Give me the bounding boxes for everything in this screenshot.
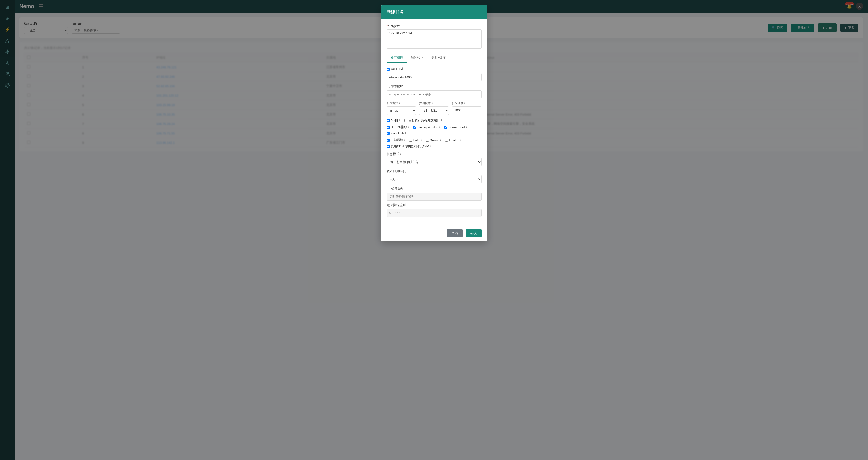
fofa-checkbox[interactable] <box>409 139 412 142</box>
ignore-cdn-checkbox-item[interactable]: 忽略CDN与中国大陆以外IP ℹ <box>386 144 431 149</box>
scan-speed-label: 扫描速度 ℹ <box>452 101 482 105</box>
httpx-checkbox[interactable] <box>386 126 390 129</box>
open-ports-checkbox[interactable] <box>404 119 407 122</box>
task-tabs: 资产扫描 漏洞验证 探测+扫描 <box>386 53 482 63</box>
modal-footer: 取消 确认 <box>381 225 488 241</box>
cron-label: 定时执行规则 <box>386 203 482 207</box>
httpx-info-icon: ℹ <box>408 125 409 129</box>
confirm-button[interactable]: 确认 <box>466 229 482 237</box>
targets-textarea[interactable]: 172.16.222.0/24 <box>386 29 482 49</box>
hunter-checkbox[interactable] <box>445 139 448 142</box>
scheduled-checkbox[interactable] <box>386 187 390 190</box>
iconhash-checkbox[interactable] <box>386 131 390 135</box>
task-mode-select[interactable]: 每一行目标单独任务 合并任务 <box>386 158 482 166</box>
screenshot-info-icon: ℹ <box>466 125 467 129</box>
ip-location-checkbox[interactable] <box>386 139 390 142</box>
ping-checkbox-item[interactable]: PING ℹ <box>386 119 401 122</box>
open-ports-info-icon: ℹ <box>441 119 442 122</box>
scan-settings-grid: 扫描方法 ℹ nmap masscan 探测技术 ℹ -sS（默认） <box>386 101 482 115</box>
quake-info-icon: ℹ <box>440 138 441 142</box>
iconhash-checkbox-item[interactable]: IconHash ℹ <box>386 131 406 135</box>
modal-overlay: 新建任务 **Targets: 172.16.222.0/24 资产扫描 漏洞验… <box>0 0 868 460</box>
exclude-ip-checkbox[interactable] <box>386 85 390 88</box>
open-ports-checkbox-item[interactable]: 目标资产所有开放端口 ℹ <box>404 118 442 123</box>
scan-method-info-icon: ℹ <box>399 101 400 105</box>
cancel-button[interactable]: 取消 <box>447 229 463 237</box>
ip-location-info-icon: ℹ <box>404 138 405 142</box>
httpx-checkbox-item[interactable]: HTTPX指纹 ℹ <box>386 125 410 129</box>
scan-method-label: 扫描方法 ℹ <box>386 101 416 105</box>
tab-asset-scan[interactable]: 资产扫描 <box>386 53 407 63</box>
fingerprint-checkbox-item[interactable]: FingerprintHub ℹ <box>413 125 440 129</box>
tab-vuln-verify[interactable]: 漏洞验证 <box>407 53 427 63</box>
modal-header: 新建任务 <box>381 5 488 20</box>
asset-org-select[interactable]: --无-- <box>386 175 482 183</box>
fofa-info-icon: ℹ <box>421 138 422 142</box>
targets-label: **Targets: <box>386 24 482 28</box>
asset-org-label: 资产归属组织 <box>386 169 482 174</box>
ignore-cdn-info-icon: ℹ <box>430 145 431 148</box>
ip-location-checkbox-item[interactable]: IP归属地 ℹ <box>386 138 405 142</box>
scheduled-checkbox-item[interactable]: 定时任务 ℹ <box>386 186 406 191</box>
quake-checkbox[interactable] <box>426 139 429 142</box>
hunter-checkbox-item[interactable]: Hunter ℹ <box>445 138 461 142</box>
probe-tech-info-icon: ℹ <box>432 101 433 105</box>
scheduled-info-icon: ℹ <box>404 187 406 190</box>
cron-input[interactable]: 0 8 * * * <box>386 209 482 217</box>
tab-probe-scan[interactable]: 探测+扫描 <box>427 53 450 63</box>
modal-body: **Targets: 172.16.222.0/24 资产扫描 漏洞验证 探测+… <box>381 20 488 225</box>
scan-speed-info-icon: ℹ <box>464 101 465 105</box>
fofa-checkbox-item[interactable]: Fofa ℹ <box>409 138 422 142</box>
fingerprint-info-icon: ℹ <box>439 125 440 129</box>
task-mode-info-icon: ℹ <box>400 152 401 156</box>
probe-tech-select[interactable]: -sS（默认） -sT -sU <box>419 106 449 115</box>
task-mode-label: 任务模式 ℹ <box>386 152 482 156</box>
hunter-info-icon: ℹ <box>460 138 461 142</box>
scheduled-desc-input[interactable] <box>386 192 482 201</box>
fingerprint-checkbox[interactable] <box>413 126 416 129</box>
exclude-ip-input[interactable] <box>386 90 482 98</box>
ping-checkbox[interactable] <box>386 119 390 122</box>
screenshot-checkbox[interactable] <box>444 126 447 129</box>
scan-speed-input[interactable]: 1000 <box>452 106 482 114</box>
port-scan-checkbox[interactable] <box>386 68 390 71</box>
ping-info-icon: ℹ <box>399 119 400 122</box>
probe-tech-label: 探测技术 ℹ <box>419 101 449 105</box>
iconhash-info-icon: ℹ <box>405 131 406 135</box>
port-scan-checkbox-item[interactable]: 端口扫描 <box>386 67 403 71</box>
exclude-ip-checkbox-item[interactable]: 排除的IP <box>386 84 403 88</box>
port-input[interactable]: --top-ports 1000 <box>386 73 482 81</box>
ignore-cdn-checkbox[interactable] <box>386 145 390 148</box>
quake-checkbox-item[interactable]: Quake ℹ <box>426 138 441 142</box>
new-task-modal: 新建任务 **Targets: 172.16.222.0/24 资产扫描 漏洞验… <box>381 5 488 241</box>
scan-method-select[interactable]: nmap masscan <box>386 106 416 115</box>
screenshot-checkbox-item[interactable]: ScreenShot ℹ <box>444 125 467 129</box>
modal-title: 新建任务 <box>386 10 404 14</box>
